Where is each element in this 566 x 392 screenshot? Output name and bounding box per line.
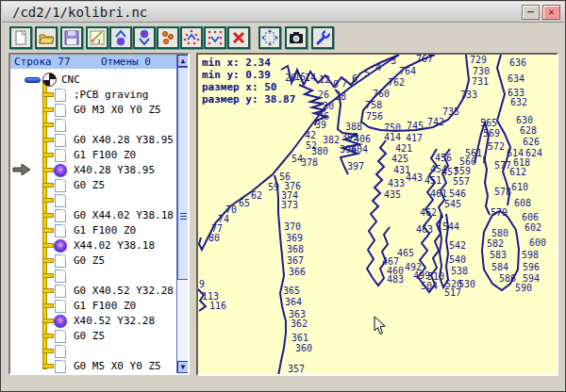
- title-bar[interactable]: /cd2/1/kolibri.nc — ✕: [2, 2, 564, 23]
- point-number: 65: [239, 199, 250, 208]
- point-number: 417: [406, 134, 423, 143]
- tree-row[interactable]: G0 Z5: [10, 253, 176, 269]
- open-file-button[interactable]: [35, 26, 58, 49]
- zone-insert-above-button[interactable]: [180, 26, 203, 49]
- tree-row[interactable]: G0 M3 X0 Y0 Z5: [10, 103, 176, 118]
- tree-row[interactable]: G0 X40.52 Y32.28 Z: [10, 284, 176, 299]
- point-number: 483: [387, 275, 404, 285]
- tree-connector: [42, 138, 54, 142]
- settings-button[interactable]: [311, 26, 334, 49]
- point-number: 504: [421, 282, 438, 291]
- point-number: 544: [442, 222, 459, 232]
- close-button[interactable]: ✕: [542, 5, 560, 20]
- point-number: 364: [285, 298, 302, 307]
- tree-row[interactable]: [10, 118, 176, 133]
- point-number: 636: [509, 58, 526, 68]
- delete-button[interactable]: [227, 26, 250, 49]
- point-number: 456: [435, 154, 452, 163]
- gcode-line-text: G0 Z5: [74, 254, 105, 267]
- zone-insert-below-button[interactable]: [204, 26, 226, 49]
- collapse-toggle[interactable]: [25, 77, 41, 83]
- tree-row[interactable]: G1 F100 Z0: [10, 299, 176, 314]
- minimize-button[interactable]: —: [522, 5, 540, 20]
- point-number: 6: [352, 74, 358, 84]
- orange-dots-icon: [158, 29, 177, 46]
- scroll-grip: [180, 213, 187, 220]
- point-number: 538: [451, 267, 468, 276]
- tree-connector: [42, 122, 54, 127]
- tree-connector: [42, 288, 54, 293]
- points-mode-button[interactable]: [157, 26, 179, 49]
- point-number: 451: [424, 176, 441, 186]
- gcode-line-text: G1 F100 Z0: [74, 300, 136, 312]
- point-number: 365: [283, 286, 300, 296]
- tree-row[interactable]: G0 Z5: [10, 178, 176, 193]
- tree-header: Строка 77 Отмены 0: [10, 55, 176, 69]
- point-number: 760: [373, 90, 390, 99]
- edit-program-button[interactable]: t3: [86, 26, 108, 49]
- gcode-line-icon: [55, 104, 66, 117]
- tree-root-row[interactable]: CNC: [10, 73, 176, 88]
- program-tree-panel[interactable]: Строка 77 Отмены 0 CNC;PCB gravingG0 M3 …: [8, 53, 190, 375]
- tree-row[interactable]: [10, 193, 176, 208]
- point-number: 406: [354, 135, 371, 144]
- point-number: 569: [483, 129, 500, 139]
- tree-row[interactable]: X40.52 Y32.28: [10, 314, 176, 329]
- point-number: 362: [291, 319, 308, 329]
- gcode-line-icon: [55, 194, 66, 207]
- point-number: 545: [444, 200, 461, 209]
- point-number: 634: [508, 74, 524, 84]
- point-number: 366: [289, 268, 306, 277]
- gcode-line-text: G0 X40.52 Y32.28 Z: [74, 285, 186, 297]
- dotted-arrow-down-icon: [206, 29, 225, 46]
- point-number: 62: [251, 191, 262, 201]
- tree-row[interactable]: G0 M5 X0 Y0 Z5: [10, 359, 176, 374]
- snapshot-button[interactable]: [285, 26, 308, 49]
- new-file-button[interactable]: [9, 26, 32, 49]
- point-number: 602: [524, 223, 541, 233]
- toolpath-canvas[interactable]: 2016141297654326283036394252545659626570…: [198, 55, 557, 374]
- tree-row[interactable]: [10, 269, 176, 284]
- tree-row[interactable]: [10, 344, 176, 359]
- point-number: 612: [509, 168, 526, 177]
- svg-text:t: t: [92, 38, 95, 44]
- point-number: 9: [199, 280, 205, 289]
- cnc-root-icon: [42, 73, 57, 87]
- tree-row[interactable]: X40.28 Y38.95: [10, 163, 176, 178]
- svg-text:3: 3: [97, 38, 101, 44]
- tree-row[interactable]: G0 X44.02 Y38.18 Z: [10, 208, 176, 223]
- point-number: 435: [384, 190, 401, 200]
- point-number: 367: [287, 256, 304, 266]
- point-number: 3: [391, 57, 396, 66]
- tree-row[interactable]: ;PCB graving: [10, 88, 176, 103]
- fit-view-button[interactable]: [258, 26, 281, 49]
- point-number: 5: [364, 69, 370, 78]
- toolpath-view-panel[interactable]: 2016141297654326283036394252545659626570…: [196, 53, 558, 376]
- point-number: 756: [366, 112, 383, 122]
- gcode-line-icon: [55, 179, 66, 192]
- scroll-up-button[interactable]: ▲: [177, 55, 189, 67]
- point-number: 467: [382, 257, 399, 267]
- point-number: 578: [494, 188, 511, 197]
- insert-point-below-button[interactable]: [133, 26, 156, 49]
- camera-icon: [287, 29, 306, 46]
- tree-row[interactable]: G1 F100 Z0: [10, 223, 176, 238]
- drill-point-icon: [54, 239, 67, 253]
- gcode-line-icon: [55, 89, 66, 102]
- tree-scrollbar[interactable]: ▲ ▼: [176, 55, 188, 373]
- point-number: 577: [494, 161, 511, 171]
- scroll-down-button[interactable]: ▼: [177, 361, 189, 373]
- point-number: 12: [319, 75, 330, 85]
- tree-row[interactable]: X44.02 Y38.18: [10, 238, 176, 253]
- tree-row[interactable]: G0 Z5: [10, 329, 176, 344]
- insert-point-above-button[interactable]: [109, 26, 132, 49]
- scroll-thumb[interactable]: [177, 67, 189, 280]
- tree-row[interactable]: G1 F100 Z0: [10, 148, 176, 163]
- tree-row[interactable]: G0 X40.28 Y38.95 Z: [10, 133, 176, 148]
- point-number: 80: [208, 234, 220, 243]
- toolbar: t3: [2, 24, 564, 52]
- point-number: 397: [347, 162, 364, 172]
- save-file-button[interactable]: [60, 26, 83, 49]
- gcode-line-text: G0 X40.28 Y38.95 Z: [74, 134, 186, 146]
- gcode-line-icon: [55, 149, 66, 162]
